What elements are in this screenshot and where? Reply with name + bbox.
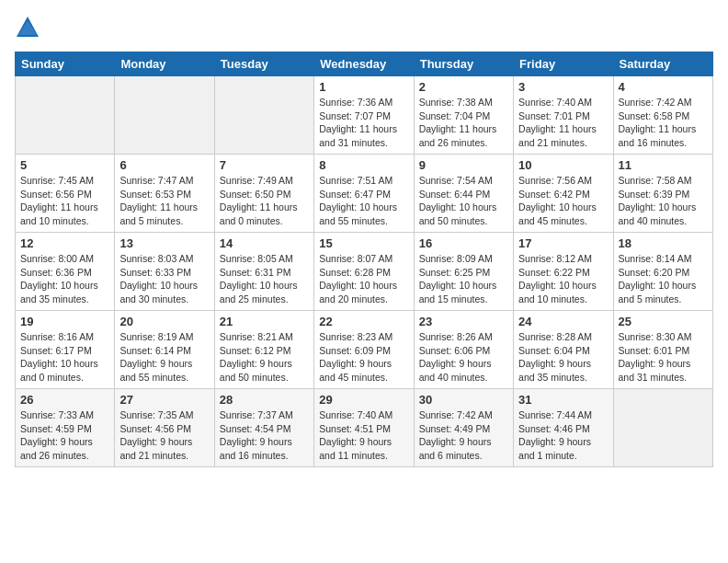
day-info: Sunrise: 7:56 AM Sunset: 6:42 PM Dayligh…	[518, 174, 608, 228]
day-number: 25	[619, 315, 708, 328]
page-header	[15, 15, 713, 40]
day-number: 1	[319, 80, 408, 94]
day-number: 11	[619, 158, 708, 172]
week-row-4: 19Sunrise: 8:16 AM Sunset: 6:17 PM Dayli…	[16, 311, 713, 389]
header-thursday: Thursday	[414, 52, 513, 76]
day-number: 18	[619, 236, 708, 250]
calendar-cell: 10Sunrise: 7:56 AM Sunset: 6:42 PM Dayli…	[514, 155, 613, 233]
svg-marker-1	[18, 20, 37, 35]
day-info: Sunrise: 7:42 AM Sunset: 4:49 PM Dayligh…	[419, 408, 508, 463]
day-info: Sunrise: 7:54 AM Sunset: 6:44 PM Dayligh…	[419, 174, 508, 228]
day-number: 14	[220, 236, 309, 250]
day-number: 7	[220, 158, 309, 172]
header-wednesday: Wednesday	[314, 52, 414, 76]
day-info: Sunrise: 8:07 AM Sunset: 6:28 PM Dayligh…	[319, 252, 408, 306]
calendar-cell	[613, 389, 712, 467]
day-info: Sunrise: 7:40 AM Sunset: 4:51 PM Dayligh…	[319, 408, 408, 463]
day-info: Sunrise: 7:44 AM Sunset: 4:46 PM Dayligh…	[518, 408, 608, 463]
day-info: Sunrise: 7:45 AM Sunset: 6:56 PM Dayligh…	[20, 174, 109, 228]
day-number: 31	[518, 393, 608, 407]
day-number: 9	[419, 158, 508, 172]
day-number: 27	[119, 393, 209, 407]
day-info: Sunrise: 7:51 AM Sunset: 6:47 PM Dayligh…	[319, 174, 408, 228]
day-info: Sunrise: 7:58 AM Sunset: 6:39 PM Dayligh…	[619, 174, 708, 228]
calendar-cell: 25Sunrise: 8:30 AM Sunset: 6:01 PM Dayli…	[613, 311, 712, 389]
day-number: 23	[419, 315, 508, 328]
calendar-cell: 20Sunrise: 8:19 AM Sunset: 6:14 PM Dayli…	[115, 311, 214, 389]
day-number: 20	[119, 315, 209, 328]
calendar-cell: 2Sunrise: 7:38 AM Sunset: 7:04 PM Daylig…	[414, 76, 513, 155]
calendar-cell: 1Sunrise: 7:36 AM Sunset: 7:07 PM Daylig…	[314, 76, 414, 155]
day-info: Sunrise: 7:35 AM Sunset: 4:56 PM Dayligh…	[119, 408, 209, 463]
day-number: 2	[419, 80, 508, 94]
calendar-cell	[16, 76, 115, 155]
header-tuesday: Tuesday	[214, 52, 313, 76]
calendar-cell: 26Sunrise: 7:33 AM Sunset: 4:59 PM Dayli…	[16, 389, 115, 467]
day-number: 5	[20, 158, 109, 172]
day-number: 24	[518, 315, 608, 328]
day-number: 16	[419, 236, 508, 250]
calendar-cell: 23Sunrise: 8:26 AM Sunset: 6:06 PM Dayli…	[414, 311, 513, 389]
calendar-cell: 7Sunrise: 7:49 AM Sunset: 6:50 PM Daylig…	[214, 155, 313, 233]
day-number: 19	[20, 315, 109, 328]
header-saturday: Saturday	[613, 52, 712, 76]
calendar-cell: 29Sunrise: 7:40 AM Sunset: 4:51 PM Dayli…	[314, 389, 414, 467]
day-info: Sunrise: 7:38 AM Sunset: 7:04 PM Dayligh…	[419, 96, 508, 150]
calendar-cell: 28Sunrise: 7:37 AM Sunset: 4:54 PM Dayli…	[214, 389, 313, 467]
week-row-3: 12Sunrise: 8:00 AM Sunset: 6:36 PM Dayli…	[16, 233, 713, 311]
header-sunday: Sunday	[16, 52, 115, 76]
calendar-cell	[214, 76, 313, 155]
day-info: Sunrise: 8:21 AM Sunset: 6:12 PM Dayligh…	[220, 330, 309, 385]
day-info: Sunrise: 7:40 AM Sunset: 7:01 PM Dayligh…	[518, 96, 608, 150]
calendar-cell: 4Sunrise: 7:42 AM Sunset: 6:58 PM Daylig…	[613, 76, 712, 155]
calendar-cell: 16Sunrise: 8:09 AM Sunset: 6:25 PM Dayli…	[414, 233, 513, 311]
week-row-1: 1Sunrise: 7:36 AM Sunset: 7:07 PM Daylig…	[16, 76, 713, 155]
calendar-cell: 5Sunrise: 7:45 AM Sunset: 6:56 PM Daylig…	[16, 155, 115, 233]
calendar-cell: 14Sunrise: 8:05 AM Sunset: 6:31 PM Dayli…	[214, 233, 313, 311]
header-monday: Monday	[115, 52, 214, 76]
day-info: Sunrise: 8:26 AM Sunset: 6:06 PM Dayligh…	[419, 330, 508, 385]
calendar-cell: 31Sunrise: 7:44 AM Sunset: 4:46 PM Dayli…	[514, 389, 613, 467]
calendar-cell: 19Sunrise: 8:16 AM Sunset: 6:17 PM Dayli…	[16, 311, 115, 389]
day-info: Sunrise: 8:28 AM Sunset: 6:04 PM Dayligh…	[518, 330, 608, 385]
logo	[15, 15, 44, 40]
day-number: 13	[119, 236, 209, 250]
day-number: 12	[20, 236, 109, 250]
day-info: Sunrise: 8:12 AM Sunset: 6:22 PM Dayligh…	[518, 252, 608, 306]
day-info: Sunrise: 8:16 AM Sunset: 6:17 PM Dayligh…	[20, 330, 109, 385]
day-info: Sunrise: 7:33 AM Sunset: 4:59 PM Dayligh…	[20, 408, 109, 463]
day-info: Sunrise: 7:36 AM Sunset: 7:07 PM Dayligh…	[319, 96, 408, 150]
calendar-cell: 13Sunrise: 8:03 AM Sunset: 6:33 PM Dayli…	[115, 233, 214, 311]
logo-icon	[15, 15, 40, 40]
day-number: 8	[319, 158, 408, 172]
calendar-cell: 18Sunrise: 8:14 AM Sunset: 6:20 PM Dayli…	[613, 233, 712, 311]
day-number: 15	[319, 236, 408, 250]
calendar-cell: 22Sunrise: 8:23 AM Sunset: 6:09 PM Dayli…	[314, 311, 414, 389]
day-number: 29	[319, 393, 408, 407]
calendar-cell: 12Sunrise: 8:00 AM Sunset: 6:36 PM Dayli…	[16, 233, 115, 311]
day-info: Sunrise: 8:30 AM Sunset: 6:01 PM Dayligh…	[619, 330, 708, 385]
day-number: 17	[518, 236, 608, 250]
week-row-5: 26Sunrise: 7:33 AM Sunset: 4:59 PM Dayli…	[16, 389, 713, 467]
day-info: Sunrise: 7:42 AM Sunset: 6:58 PM Dayligh…	[619, 96, 708, 150]
day-number: 26	[20, 393, 109, 407]
day-number: 4	[619, 80, 708, 94]
calendar-cell: 11Sunrise: 7:58 AM Sunset: 6:39 PM Dayli…	[613, 155, 712, 233]
calendar-header-row: SundayMondayTuesdayWednesdayThursdayFrid…	[16, 52, 713, 76]
week-row-2: 5Sunrise: 7:45 AM Sunset: 6:56 PM Daylig…	[16, 155, 713, 233]
day-info: Sunrise: 7:37 AM Sunset: 4:54 PM Dayligh…	[220, 408, 309, 463]
calendar-table: SundayMondayTuesdayWednesdayThursdayFrid…	[15, 52, 713, 467]
calendar-cell: 17Sunrise: 8:12 AM Sunset: 6:22 PM Dayli…	[514, 233, 613, 311]
day-info: Sunrise: 8:14 AM Sunset: 6:20 PM Dayligh…	[619, 252, 708, 306]
day-number: 22	[319, 315, 408, 328]
day-info: Sunrise: 8:23 AM Sunset: 6:09 PM Dayligh…	[319, 330, 408, 385]
day-info: Sunrise: 8:03 AM Sunset: 6:33 PM Dayligh…	[119, 252, 209, 306]
day-info: Sunrise: 8:09 AM Sunset: 6:25 PM Dayligh…	[419, 252, 508, 306]
day-info: Sunrise: 7:49 AM Sunset: 6:50 PM Dayligh…	[220, 174, 309, 228]
calendar-cell: 9Sunrise: 7:54 AM Sunset: 6:44 PM Daylig…	[414, 155, 513, 233]
calendar-cell: 6Sunrise: 7:47 AM Sunset: 6:53 PM Daylig…	[115, 155, 214, 233]
day-number: 30	[419, 393, 508, 407]
day-info: Sunrise: 8:19 AM Sunset: 6:14 PM Dayligh…	[119, 330, 209, 385]
day-info: Sunrise: 8:05 AM Sunset: 6:31 PM Dayligh…	[220, 252, 309, 306]
day-info: Sunrise: 8:00 AM Sunset: 6:36 PM Dayligh…	[20, 252, 109, 306]
